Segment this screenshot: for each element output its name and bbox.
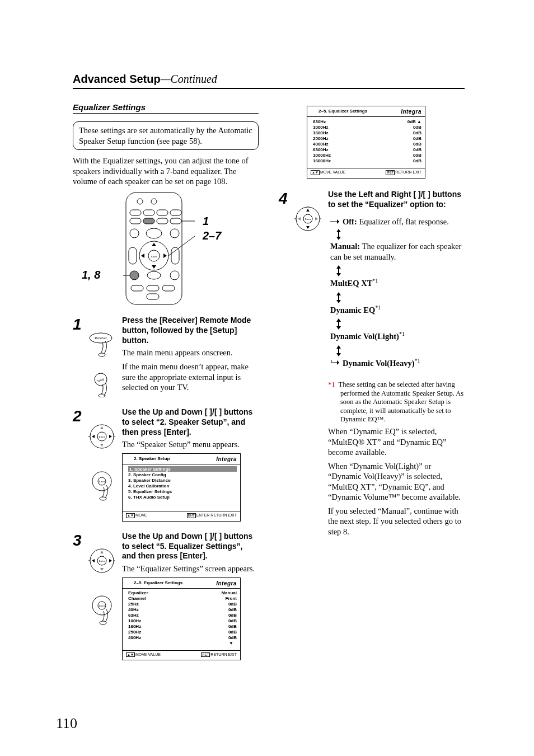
svg-marker-58 [109,559,112,562]
updown-arrow-icon [335,292,343,303]
svg-point-35 [99,353,105,356]
svg-marker-86 [336,300,341,303]
svg-marker-56 [100,568,104,571]
footnote-text: These setting can be selected after havi… [339,381,464,424]
osd2-r8k: 400Hz [128,635,141,640]
flow-manual: Manual: The equalizer for each speaker c… [328,241,465,262]
flow-multeq-label: MultEQ XT [330,279,372,288]
svg-marker-85 [336,292,341,295]
osd2-r6v: 0dB [228,624,237,629]
osd2-r5k: 100Hz [128,618,141,623]
osd1-brand: Integra [216,456,237,462]
osd3-r5v: 0dB [413,147,421,152]
step-graphic-4: Enter [294,190,328,237]
svg-marker-19 [152,265,156,269]
osd2-r3v: 0dB [228,607,237,612]
step-graphic-3: Enter Enter [88,532,122,626]
svg-marker-88 [336,318,341,322]
svg-rect-8 [143,218,154,224]
osd3-r4k: 4000Hz [313,142,329,147]
osd2-r1k: Channel [128,596,146,601]
osd2-r3k: 40Hz [128,607,139,612]
osd3-foot-left: MOVE VALUE [320,171,345,175]
note-box: These settings are set automatically by … [73,121,259,150]
svg-marker-80 [336,237,341,240]
step-2: 2 Enter [73,407,259,522]
updown-arrow-icon [335,265,343,276]
svg-text:Enter: Enter [99,604,105,607]
svg-rect-32 [147,294,159,299]
flow-dyn-light-sup: *1 [399,331,405,337]
svg-marker-79 [336,229,341,232]
svg-marker-83 [336,273,341,276]
svg-point-51 [100,497,106,500]
step-num-1: 1 [73,316,88,332]
remote-svg: Enter [123,191,196,309]
osd2-r0k: Equalizer [128,590,148,595]
osd2-r7v: 0dB [228,630,237,635]
svg-point-28 [170,271,179,280]
svg-marker-45 [109,435,112,438]
header-rule [73,88,465,89]
step-4-instr: Use the Left and Right [ ]/[ ] buttons t… [328,190,465,210]
step-3-instr: Use the Up and Down [ ]/[ ] buttons to s… [122,532,259,562]
flow-dyn-heavy: Dynamic Vol(Heavy)*1 [328,358,465,368]
osd3-r6k: 10000Hz [313,153,331,158]
osd2-r8v: 0dB [228,635,237,640]
osd2-foot-left: MOVE VALUE [135,652,161,656]
svg-marker-68 [306,209,310,212]
flow-dyn-light-label: Dynamic Vol(Light) [330,332,399,341]
svg-text:Enter: Enter [99,435,105,438]
osd1-foot-left: MOVE [135,513,147,517]
osd3-r1v: 0dB [413,125,421,130]
header-main: Advanced Setup [73,73,161,85]
flow-dyn-eq-sup: *1 [375,304,381,311]
svg-text:Enter: Enter [151,255,157,258]
osd1-title: 2. Speaker Setup [134,456,170,462]
svg-marker-95 [337,360,339,365]
right-arrow-icon [330,219,339,224]
osd3-r6v: 0dB [413,153,421,158]
svg-rect-5 [157,210,168,215]
intro-text: With the Equalizer settings, you can adj… [73,156,259,187]
svg-rect-6 [170,210,181,215]
footnote-1: *1 These setting can be selected after h… [328,381,465,424]
svg-rect-10 [170,218,181,224]
remote-label-1: 1 [203,215,209,228]
page-header: Advanced Setup—Continued [73,73,465,86]
step-graphic-1: Receiver Setup [88,316,122,397]
flow-off: Off: Equalizer off, flat response. [328,217,465,227]
osd1-item-3: 3. Speaker Distance [128,477,237,483]
osd3-r2v: 0dB [413,130,421,135]
updown-arrow-icon [335,229,343,240]
para-1: When “Dynamic EQ” is selected, “MultEQ® … [328,426,465,458]
svg-point-12 [130,229,139,238]
svg-rect-23 [129,247,137,264]
osd1-item-2: 2. Speaker Config [128,472,237,477]
svg-rect-4 [143,210,154,215]
step-2-instr: Use the Up and Down [ ]/[ ] buttons to s… [122,407,259,438]
osd3-r5k: 6300Hz [313,147,329,152]
osd2-r7k: 250Hz [128,630,141,635]
section-rule [73,113,259,114]
flow-off-desc: Equalizer off, flat response. [357,217,449,226]
osd2-r5v: 0dB [228,618,237,623]
svg-marker-89 [336,326,341,330]
osd3-r1k: 1000Hz [313,125,329,130]
osd1-item-5: 5. Equalizer Settings [128,489,237,494]
updown-arrow-icon [335,318,343,330]
osd3-title: 2–5. Equalizer Settings [318,109,367,115]
svg-rect-0 [126,192,182,304]
svg-rect-9 [157,218,168,224]
osd3-r0v: 0dB [407,119,416,124]
svg-point-2 [151,199,157,204]
osd-eq-1: 2–5. Equalizer Settings Integra Equalize… [122,577,241,661]
svg-text:Receiver: Receiver [95,336,106,340]
osd-speaker-setup: 2. Speaker Setup Integra 1. Speaker Sett… [122,453,241,522]
step-3-text: The “Equalizer Settings” screen appears. [122,564,259,574]
osd2-r1v: Front [226,596,237,601]
step-1-text-b: If the main menu doesn’t appear, make su… [122,361,259,393]
osd3-foot-right: RETURN EXIT [395,171,421,175]
svg-rect-24 [171,247,179,264]
svg-marker-70 [298,217,301,220]
